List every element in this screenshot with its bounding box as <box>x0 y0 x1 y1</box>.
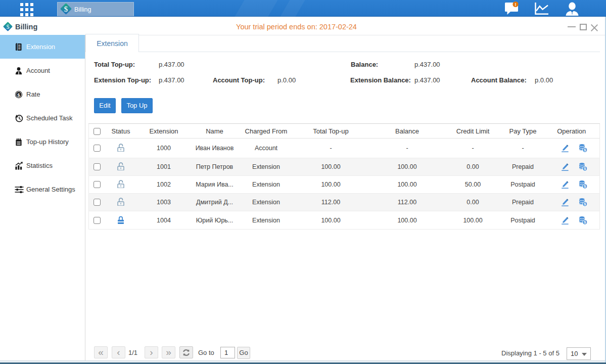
svg-text:$: $ <box>64 5 68 13</box>
svg-text:!: ! <box>515 2 517 7</box>
svg-text:$: $ <box>17 92 20 97</box>
